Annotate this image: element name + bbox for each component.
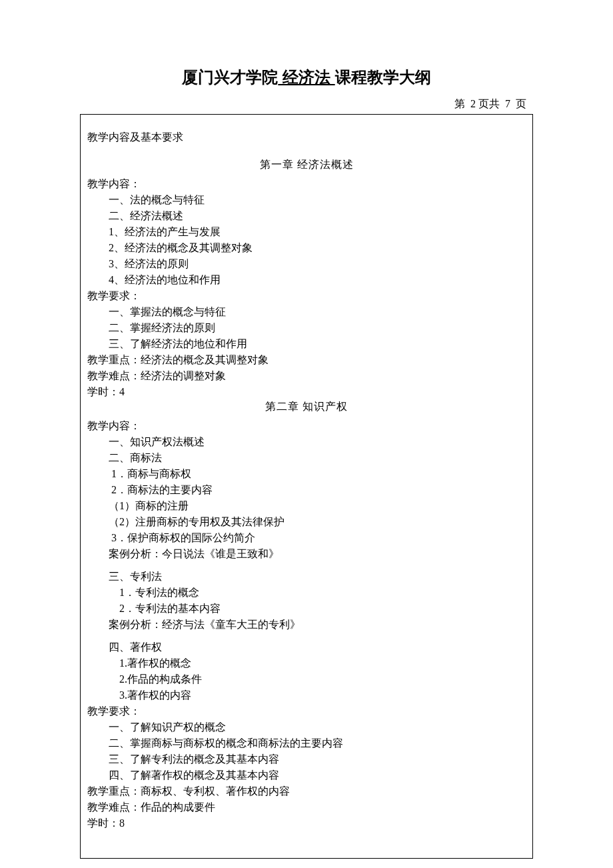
chapter-2-title: 第二章 知识产权 [87,400,526,414]
body-line: 案例分析：经济与法《童车大王的专利》 [87,617,526,633]
body-line: 一、法的概念与特征 [87,192,526,208]
page-number: 第 2 页共 7 页 [80,97,533,111]
body-line [87,562,526,569]
body-line: （1）商标的注册 [87,498,526,514]
body-line: 三、专利法 [87,569,526,585]
page-title: 厦门兴才学院 经济法 课程教学大纲 [80,67,533,88]
body-line: 2．专利法的基本内容 [87,601,526,617]
body-line: 二、经济法概述 [87,208,526,224]
body-line: 二、掌握经济法的原则 [87,320,526,336]
section-label: 教学内容及基本要求 [87,131,526,145]
institution-name: 厦门兴才学院 [182,68,278,86]
body-line: 1、经济法的产生与发展 [87,224,526,240]
body-line: 3.著作权的内容 [87,687,526,703]
chapter-2-body: 教学内容：一、知识产权法概述二、商标法 1．商标与商标权 2．商标法的主要内容（… [87,418,526,831]
body-line: 案例分析：今日说法《谁是王致和》 [87,546,526,562]
body-line: 3．保护商标权的国际公约简介 [87,530,526,546]
course-name: 经济法 [278,68,334,86]
title-suffix: 课程教学大纲 [335,68,431,86]
body-line: 2.作品的构成条件 [87,671,526,687]
body-line: 1．专利法的概念 [87,585,526,601]
body-line: 二、掌握商标与商标权的概念和商标法的主要内容 [87,735,526,751]
body-line: 一、掌握法的概念与特征 [87,304,526,320]
body-line: 教学内容： [87,176,526,192]
body-line: 3、经济法的原则 [87,256,526,272]
body-line: 教学难点：经济法的调整对象 [87,368,526,384]
body-line: 学时：4 [87,384,526,400]
body-line: 1.著作权的概念 [87,655,526,671]
chapter-1-body: 教学内容：一、法的概念与特征二、经济法概述1、经济法的产生与发展2、经济法的概念… [87,176,526,400]
body-line: 三、了解专利法的概念及其基本内容 [87,751,526,767]
body-line: 教学重点：商标权、专利权、著作权的内容 [87,783,526,799]
body-line: 学时：8 [87,815,526,831]
body-line: 二、商标法 [87,450,526,466]
body-line: 一、了解知识产权的概念 [87,719,526,735]
body-line: 2、经济法的概念及其调整对象 [87,240,526,256]
body-line: 教学重点：经济法的概念及其调整对象 [87,352,526,368]
body-line: 四、著作权 [87,639,526,655]
body-line: 三、了解经济法的地位和作用 [87,336,526,352]
body-line: 1．商标与商标权 [87,466,526,482]
body-line [87,633,526,639]
body-line: 一、知识产权法概述 [87,434,526,450]
body-line: 四、了解著作权的概念及其基本内容 [87,767,526,783]
body-line: 教学难点：作品的构成要件 [87,799,526,815]
body-line: 4、经济法的地位和作用 [87,272,526,288]
body-line: 教学要求： [87,288,526,304]
body-line: 教学内容： [87,418,526,434]
body-line: 教学要求： [87,703,526,719]
body-line: （2）注册商标的专用权及其法律保护 [87,514,526,530]
content-box: 教学内容及基本要求 第一章 经济法概述 教学内容：一、法的概念与特征二、经济法概… [80,114,533,859]
document-page: 厦门兴才学院 经济法 课程教学大纲 第 2 页共 7 页 教学内容及基本要求 第… [0,0,613,868]
chapter-1-title: 第一章 经济法概述 [87,158,526,172]
body-line: 2．商标法的主要内容 [87,482,526,498]
